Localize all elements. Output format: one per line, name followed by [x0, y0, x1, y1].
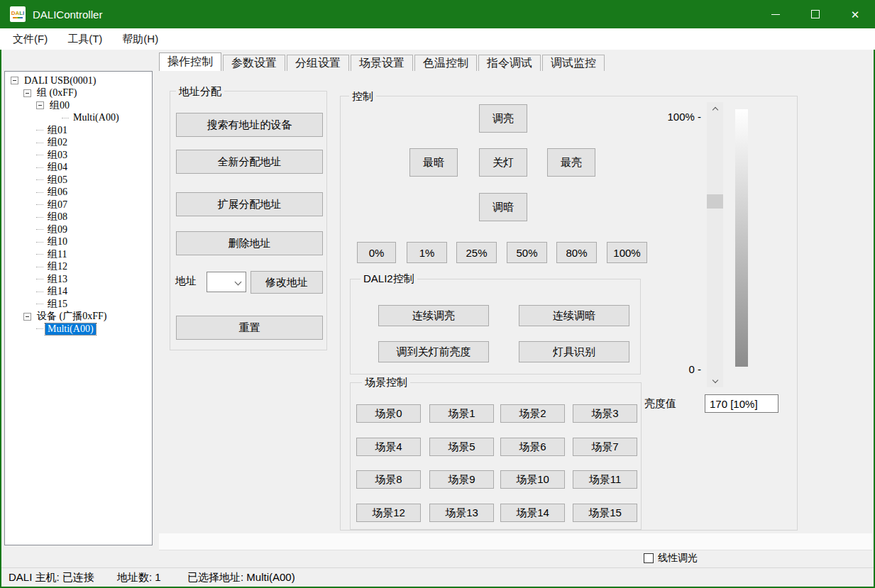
minimize-button[interactable]	[756, 0, 796, 28]
tab-1[interactable]: 参数设置	[223, 55, 285, 71]
status-bar: DALI 主机: 已连接 地址数: 1 已选择地址: Multi(A00)	[1, 567, 874, 587]
menu-item-2[interactable]: 帮助(H)	[115, 30, 165, 49]
scene-group-title: 场景控制	[362, 376, 410, 389]
close-button[interactable]: ✕	[835, 0, 875, 28]
brightness-scrollbar[interactable]	[707, 102, 723, 387]
scrollbar-thumb[interactable]	[707, 194, 723, 209]
address-combobox[interactable]	[207, 272, 246, 292]
percent-button-50[interactable]: 50%	[507, 242, 547, 263]
tree-item-label: 组03	[45, 150, 70, 161]
tree-item-1[interactable]: 组 (0xFF)	[5, 87, 152, 100]
tree-item-label: 设备 (广播0xFF)	[35, 311, 109, 322]
scene-button-9[interactable]: 场景9	[429, 470, 494, 489]
tree-connector-line	[36, 292, 43, 292]
delete-address-button[interactable]: 删除地址	[176, 231, 323, 255]
goto-last-level-button[interactable]: 调到关灯前亮度	[378, 341, 489, 362]
tree-item-0[interactable]: DALI USB(0001)	[5, 74, 152, 87]
scene-button-2[interactable]: 场景2	[500, 404, 565, 423]
scene-button-8[interactable]: 场景8	[356, 470, 421, 489]
tree-item-12[interactable]: 组09	[5, 223, 152, 236]
max-brightness-button[interactable]: 最亮	[547, 148, 595, 177]
tree-item-9[interactable]: 组06	[5, 187, 152, 199]
dali-logo-bar	[13, 17, 23, 18]
lamp-identify-button[interactable]: 灯具识别	[519, 341, 629, 362]
tree-item-11[interactable]: 组08	[5, 211, 152, 224]
menu-item-0[interactable]: 文件(F)	[6, 30, 55, 49]
scene-button-0[interactable]: 场景0	[356, 404, 421, 423]
lamp-off-button[interactable]: 关灯	[479, 148, 527, 177]
tab-5[interactable]: 指令调试	[478, 55, 541, 71]
scroll-down-button[interactable]	[707, 374, 723, 386]
scene-button-13[interactable]: 场景13	[429, 504, 494, 522]
brightness-value-field[interactable]: 170 [10%]	[705, 394, 778, 413]
scroll-up-button[interactable]	[707, 104, 723, 116]
percent-button-1[interactable]: 1%	[407, 242, 447, 263]
tree-item-14[interactable]: 组11	[5, 248, 152, 261]
percent-button-0[interactable]: 0%	[357, 242, 396, 263]
scene-button-4[interactable]: 场景4	[356, 438, 421, 456]
tree-expander-minus-icon[interactable]	[23, 89, 31, 97]
tab-0[interactable]: 操作控制	[159, 52, 221, 71]
min-brightness-button[interactable]: 最暗	[409, 148, 458, 177]
scene-button-11[interactable]: 场景11	[573, 470, 637, 489]
address-label: 地址	[175, 274, 197, 288]
percent-button-100[interactable]: 100%	[607, 242, 647, 263]
tree-item-label: 组 (0xFF)	[35, 87, 79, 99]
tree-expander-minus-icon[interactable]	[36, 101, 44, 109]
scene-button-3[interactable]: 场景3	[573, 404, 637, 423]
tab-3[interactable]: 场景设置	[351, 55, 413, 71]
chevron-down-icon	[235, 279, 242, 286]
dim-down-button[interactable]: 调暗	[479, 193, 527, 221]
maximize-button[interactable]	[796, 0, 835, 28]
slider-bottom-label: 0 -	[664, 363, 701, 375]
tree-connector-line	[36, 304, 43, 304]
tree-item-2[interactable]: 组00	[5, 99, 152, 112]
tree-expander-minus-icon[interactable]	[11, 77, 18, 84]
tree-item-18[interactable]: 组15	[5, 298, 152, 311]
scene-button-7[interactable]: 场景7	[573, 438, 637, 456]
tree-item-15[interactable]: 组12	[5, 261, 152, 274]
reset-button[interactable]: 重置	[176, 316, 323, 340]
scene-button-14[interactable]: 场景14	[500, 504, 565, 522]
tab-2[interactable]: 分组设置	[287, 55, 349, 71]
modify-address-button[interactable]: 修改地址	[251, 271, 323, 294]
tree-item-6[interactable]: 组03	[5, 149, 152, 162]
window-controls: ✕	[756, 0, 875, 28]
menu-item-1[interactable]: 工具(T)	[60, 30, 109, 49]
tree-connector-line	[36, 179, 43, 180]
scene-button-15[interactable]: 场景15	[573, 504, 637, 522]
tree-item-16[interactable]: 组13	[5, 273, 152, 286]
tree-item-19[interactable]: 设备 (广播0xFF)	[5, 311, 152, 323]
tree-item-10[interactable]: 组07	[5, 199, 152, 211]
assign-new-address-button[interactable]: 全新分配地址	[176, 150, 323, 174]
scene-button-10[interactable]: 场景10	[500, 470, 565, 489]
tree-item-5[interactable]: 组02	[5, 137, 152, 150]
tree-connector-line	[62, 118, 69, 118]
scene-button-6[interactable]: 场景6	[500, 438, 565, 456]
search-addressed-devices-button[interactable]: 搜索有地址的设备	[176, 113, 323, 137]
tree-expander-minus-icon[interactable]	[23, 313, 31, 321]
tree-item-3[interactable]: Multi(A00)	[5, 112, 152, 125]
scene-button-5[interactable]: 场景5	[429, 438, 494, 456]
linear-dimming-row: 线性调光	[644, 552, 698, 565]
tab-4[interactable]: 色温控制	[414, 55, 477, 71]
tree-item-4[interactable]: 组01	[5, 124, 152, 137]
scene-button-1[interactable]: 场景1	[429, 404, 494, 423]
percent-button-25[interactable]: 25%	[456, 242, 497, 263]
tree-item-13[interactable]: 组10	[5, 236, 152, 249]
continuous-dim-up-button[interactable]: 连续调亮	[378, 305, 489, 326]
scene-button-12[interactable]: 场景12	[356, 504, 421, 522]
linear-dimming-checkbox[interactable]	[644, 553, 654, 563]
tree-item-8[interactable]: 组05	[5, 174, 152, 187]
extend-assign-address-button[interactable]: 扩展分配地址	[176, 192, 323, 216]
status-host-connection: DALI 主机: 已连接	[9, 571, 94, 584]
tree-item-label: 组02	[45, 137, 70, 148]
tree-item-17[interactable]: 组14	[5, 286, 152, 299]
tab-6[interactable]: 调试监控	[542, 55, 605, 71]
device-tree[interactable]: DALI USB(0001)组 (0xFF)组00Multi(A00)组01组0…	[4, 71, 153, 545]
percent-button-80[interactable]: 80%	[556, 242, 597, 263]
dim-up-button[interactable]: 调亮	[479, 104, 527, 133]
tree-item-20[interactable]: Multi(A00)	[5, 323, 152, 335]
tree-item-7[interactable]: 组04	[5, 162, 152, 174]
continuous-dim-down-button[interactable]: 连续调暗	[519, 305, 629, 326]
